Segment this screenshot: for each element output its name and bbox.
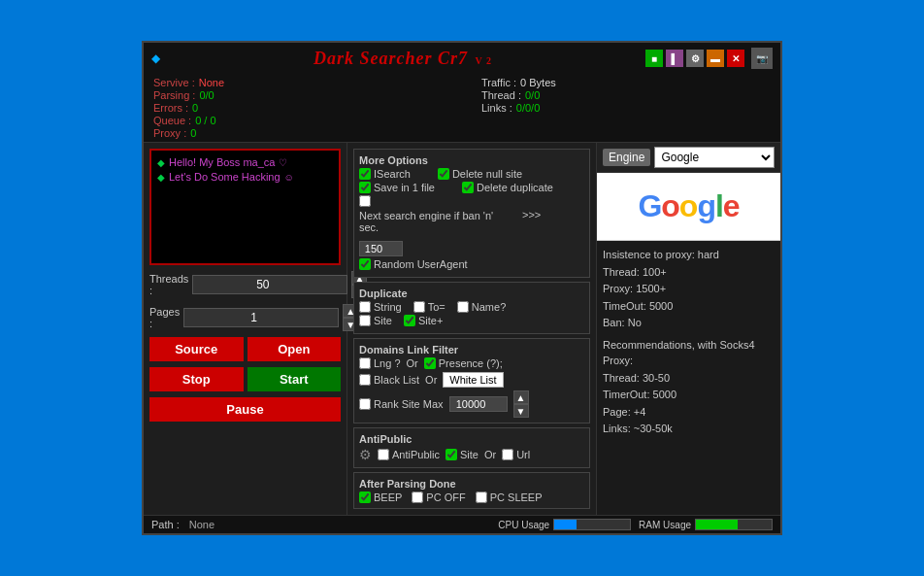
delete-duplicate-label: Delete duplicate [477,182,553,193]
info-rec-thread: Thread: 30-50 [603,370,775,387]
path-label: Path : [151,519,180,530]
source-button[interactable]: Source [149,337,244,361]
site-dup-label: Site [374,315,392,326]
camera-button[interactable]: 📷 [751,48,773,69]
console-heart-2: ☺ [284,172,294,183]
traffic-label: Traffic : [481,77,516,88]
ap-url-label: Url [516,449,530,460]
traffic-value: 0 Bytes [520,77,556,88]
rank-input[interactable] [449,396,508,412]
google-logo: Google [638,188,739,224]
pc-sleep-label: PC SLEEP [490,491,543,503]
console-heart-1: ♡ [279,157,287,168]
settings-button[interactable]: ⚙ [686,50,704,67]
presence-checkbox[interactable] [424,357,436,369]
name-checkbox[interactable] [457,301,469,313]
delete-duplicate-checkbox[interactable] [462,182,474,193]
console-area: ◆ Hello! My Boss ma_ca ♡ ◆ Let's Do Some… [149,149,341,265]
titlebar: ◆ Dark Searcher Cr7 V 2 ■ ▌ ⚙ ▬ ✕ 📷 [144,43,780,74]
proxy-label: Proxy : [153,127,186,139]
layout-button[interactable]: ▌ [666,50,683,67]
isearch-label: ISearch [374,168,411,180]
stop-button[interactable]: Stop [149,367,244,391]
source-open-row: Source Open [149,337,341,361]
random-useragent-checkbox[interactable] [359,258,371,270]
pause-button[interactable]: Pause [149,397,341,422]
console-line-2: Let's Do Some Hacking [169,171,280,183]
errors-value: 0 [192,102,198,114]
random-useragent-label: Random UserAgent [374,258,468,270]
gear-icon: ⚙ [359,447,372,462]
info-insistence: Insistence to proxy: hard [603,247,775,263]
isearch-checkbox[interactable] [359,168,371,180]
beep-checkbox[interactable] [359,491,371,503]
pc-sleep-checkbox[interactable] [476,491,487,503]
after-parse-section: After Parsing Done BEEP PC OFF PC SLEEP [353,472,590,509]
left-panel: ◆ Hello! My Boss ma_ca ♡ ◆ Let's Do Some… [144,143,347,515]
black-list-checkbox[interactable] [359,374,371,386]
links-value: 0/0/0 [516,102,540,114]
restore-button[interactable]: ▬ [707,50,724,67]
pc-off-checkbox[interactable] [412,491,423,503]
info-panel: Insistence to proxy: hard Thread: 100+ P… [597,241,780,515]
cpu-label: CPU Usage [498,520,549,530]
console-diamond-2: ◆ [157,172,165,183]
rank-checkbox[interactable] [359,398,371,410]
info-proxy: Proxy: 1500+ [603,281,775,297]
site-plus-checkbox[interactable] [404,315,415,326]
middle-panel: More Options ISearch Delete null site Sa… [347,143,596,515]
close-button[interactable]: ✕ [727,50,744,67]
window-controls: ■ ▌ ⚙ ▬ ✕ 📷 [645,48,773,69]
google-logo-area: Google [597,173,780,241]
ap-site-checkbox[interactable] [446,449,457,460]
ram-bar-fill [696,520,738,529]
presence-label: Presence (?); [439,357,503,369]
right-panel: Engine Google Bing Yahoo Google Insisten… [596,143,780,515]
rank-up-button[interactable]: ▲ [513,390,529,404]
site-dup-checkbox[interactable] [359,315,371,326]
usage-bars: CPU Usage RAM Usage [498,519,773,530]
console-diamond-1: ◆ [157,157,165,168]
next-search-engine-label: Next search engine if ban 'n' sec. [359,210,514,233]
ap-url-checkbox[interactable] [502,449,513,460]
ap-or-text: Or [484,449,496,460]
parsing-value: 0/0 [199,89,214,101]
delete-null-label: Delete null site [452,168,522,180]
ram-usage-section: RAM Usage [639,519,773,530]
ram-label: RAM Usage [639,520,691,530]
queue-label: Queue : [153,115,191,126]
open-button[interactable]: Open [248,337,342,361]
after-parse-title: After Parsing Done [359,478,584,490]
string-checkbox[interactable] [359,301,371,313]
pc-off-label: PC OFF [426,491,465,503]
delete-null-checkbox[interactable] [438,168,449,180]
or-text-1: Or [407,357,418,369]
lng-checkbox[interactable] [359,357,371,369]
start-button[interactable]: Start [248,367,342,391]
info-rec-page: Page: +4 [603,404,775,421]
pages-input[interactable] [183,308,339,327]
main-content: ◆ Hello! My Boss ma_ca ♡ ◆ Let's Do Some… [144,143,780,515]
next-search-engine-checkbox[interactable] [359,195,371,207]
proxy-value: 0 [190,127,196,139]
info-timeout: TimeOut: 5000 [603,298,775,315]
minimize-button[interactable]: ■ [645,50,663,67]
to-label: To= [428,301,446,313]
more-options-title: More Options [359,154,584,166]
antipublic-section: AntiPublic ⚙ AntiPublic Site Or Url [353,427,590,468]
domains-title: Domains Link Filter [359,344,584,356]
antipublic-checkbox[interactable] [378,449,389,460]
threads-input[interactable] [192,275,347,294]
ap-site-label: Site [460,449,478,460]
timeout-input[interactable] [359,241,403,256]
console-line-1: Hello! My Boss ma_ca [169,156,275,168]
to-checkbox[interactable] [413,301,425,313]
version-label: V 2 [475,55,492,66]
errors-label: Errors : [153,102,188,114]
save-1-file-checkbox[interactable] [359,182,371,193]
white-list-button[interactable]: White List [443,372,503,388]
engine-select[interactable]: Google Bing Yahoo [654,147,775,168]
path-value: None [189,519,214,530]
rank-down-button[interactable]: ▼ [513,404,529,418]
black-list-label: Black List [374,374,419,386]
